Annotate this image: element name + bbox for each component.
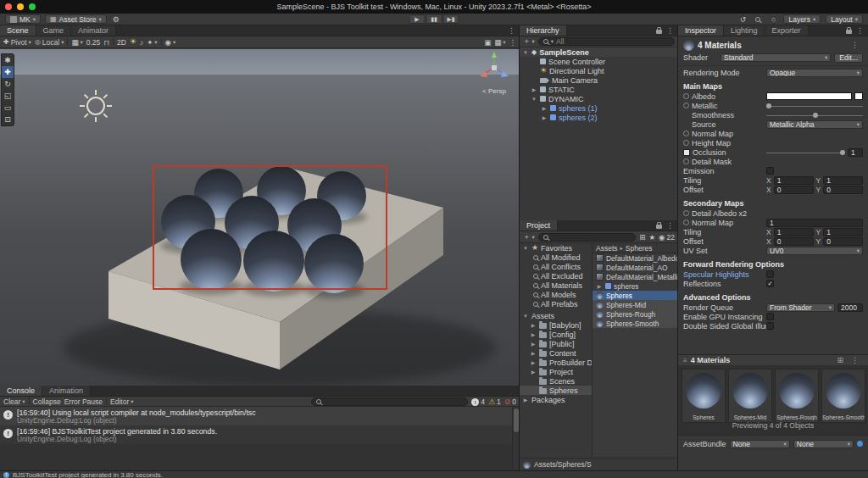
texture-picker-icon[interactable]: [683, 220, 689, 225]
favorite-item[interactable]: All Models: [520, 290, 592, 299]
hierarchy-row[interactable]: ▶STATIC: [520, 85, 678, 94]
perspective-label[interactable]: < Persp: [482, 87, 506, 95]
layout-dropdown[interactable]: Layout▾: [826, 14, 863, 24]
lock-icon[interactable]: [656, 225, 662, 229]
hierarchy-row[interactable]: ▶spheres (2): [520, 113, 678, 122]
gear-icon[interactable]: ⚙: [111, 14, 121, 25]
asset-row[interactable]: ▶spheres: [593, 281, 678, 291]
rect-tool-button[interactable]: ▭: [2, 102, 14, 114]
folder-row[interactable]: ▶Project: [520, 367, 592, 376]
hierarchy-row[interactable]: ▼DYNAMIC: [520, 94, 678, 103]
rendering-mode-dropdown[interactable]: Opaque▾: [766, 69, 863, 77]
color-picker-icon[interactable]: [854, 92, 863, 100]
preview-header-bar[interactable]: ≡ 4 Materials ⊞ ⋮: [678, 354, 868, 365]
favorite-item[interactable]: All Excluded: [520, 271, 592, 281]
tab-hierarchy[interactable]: Hierarchy: [520, 25, 567, 36]
splitter-scene-right[interactable]: [519, 25, 520, 470]
clear-button[interactable]: Clear▾: [3, 397, 25, 406]
offset2-y-field[interactable]: 0: [823, 237, 863, 246]
asset-row-selected[interactable]: Spheres: [593, 291, 678, 300]
tiling2-x-field[interactable]: 1: [774, 228, 814, 236]
normal-scale-field[interactable]: 1: [766, 219, 863, 227]
occlusion-slider[interactable]: [766, 148, 845, 157]
asset-row[interactable]: DefaultMaterial_AO: [593, 263, 678, 272]
console-search-input[interactable]: [311, 397, 468, 406]
render-queue-value-field[interactable]: 2000: [837, 303, 863, 312]
tab-animator[interactable]: Animator: [71, 25, 116, 36]
play-button[interactable]: ▶: [409, 14, 426, 24]
tab-inspector[interactable]: Inspector: [678, 25, 724, 36]
foldout-icon[interactable]: ▶: [530, 341, 537, 347]
folder-row[interactable]: ▶[Babylon]: [520, 320, 592, 330]
panel-menu-icon[interactable]: ⋮: [856, 26, 864, 35]
texture-picker-icon[interactable]: [683, 131, 689, 136]
favorite-item[interactable]: All Materials: [520, 281, 592, 290]
reflections-checkbox[interactable]: ✓: [766, 280, 774, 287]
snap-size-value[interactable]: 0.25: [86, 38, 101, 47]
target-icon[interactable]: ○: [768, 14, 778, 25]
undo-history-icon[interactable]: ↺: [737, 14, 748, 25]
breadcrumb-current[interactable]: Spheres: [626, 244, 653, 253]
create-object-button[interactable]: ＋▾: [523, 36, 535, 47]
assetbundle-dropdown[interactable]: None▾: [730, 440, 790, 448]
occlusion-value-field[interactable]: 1: [848, 148, 863, 157]
lock-icon[interactable]: [846, 30, 852, 34]
favorite-item[interactable]: All Conflicts: [520, 262, 592, 271]
render-queue-dropdown[interactable]: From Shader▾: [766, 303, 835, 312]
favorite-item[interactable]: All Prefabs: [520, 299, 592, 308]
account-dropdown[interactable]: MK▾: [5, 14, 41, 24]
asset-row[interactable]: DefaultMaterial_Albedo: [593, 253, 678, 263]
tab-exporter[interactable]: Exporter: [765, 25, 809, 36]
grid-visibility-dropdown[interactable]: ▦▾: [71, 38, 82, 47]
assetbundle-variant-dropdown[interactable]: None▾: [793, 440, 854, 448]
offset-y-field[interactable]: 0: [823, 186, 863, 194]
foldout-icon[interactable]: ▼: [522, 314, 529, 319]
offset2-x-field[interactable]: 0: [774, 237, 814, 246]
foldout-icon[interactable]: ▼: [522, 246, 529, 251]
folder-row[interactable]: ▶[Public]: [520, 339, 592, 348]
tool-handle-rotation-dropdown[interactable]: ◎Local▾: [35, 38, 64, 47]
scene-viewport[interactable]: < Persp: [0, 49, 520, 386]
console-log-entry[interactable]: ! [16:59:46] BJSToolkitTest project gene…: [0, 425, 520, 444]
preview-menu-icon[interactable]: ⋮: [851, 356, 859, 364]
material-preview[interactable]: Spheres-Rough: [775, 369, 819, 423]
emission-checkbox[interactable]: [766, 167, 774, 175]
tab-animation[interactable]: Animation: [42, 386, 91, 396]
folder-row[interactable]: ▶Content: [520, 348, 592, 358]
move-tool-button[interactable]: ✚: [2, 66, 14, 78]
assets-root-row[interactable]: ▼Assets: [520, 311, 592, 320]
foldout-icon[interactable]: ▶: [530, 359, 537, 365]
asset-store-dropdown[interactable]: ▦ Asset Store▾: [45, 14, 107, 24]
foldout-icon[interactable]: ▶: [541, 114, 548, 120]
breadcrumb-root[interactable]: Assets: [596, 244, 618, 253]
hierarchy-search-input[interactable]: ▾ All: [538, 37, 675, 46]
asset-row-selected[interactable]: Spheres-Mid: [593, 300, 678, 309]
gizmos-dropdown[interactable]: ▦▾: [494, 38, 505, 47]
panel-menu-icon[interactable]: ⋮: [666, 26, 674, 35]
foldout-icon[interactable]: ▶: [531, 86, 537, 92]
snap-toggle-button[interactable]: ⊓: [103, 38, 109, 47]
pause-button[interactable]: ▮▮: [426, 14, 442, 24]
double-sided-gi-checkbox[interactable]: [766, 322, 774, 330]
search-by-type-button[interactable]: ⊞: [639, 233, 645, 242]
hierarchy-row[interactable]: Scene Controller: [520, 57, 678, 66]
preview-layout-icon[interactable]: ⊞: [837, 356, 843, 364]
gpu-instancing-checkbox[interactable]: [766, 313, 774, 320]
lighting-toggle[interactable]: ☀: [130, 38, 136, 46]
hidden-packages-toggle[interactable]: ◉22: [659, 233, 675, 242]
material-preview[interactable]: Spheres-Mid: [728, 369, 772, 423]
scene-menu-button[interactable]: ⋮: [509, 38, 517, 47]
hierarchy-row[interactable]: Main Camera: [520, 75, 678, 85]
splitter-inspector[interactable]: [677, 25, 678, 470]
texture-picker-icon[interactable]: [683, 210, 689, 216]
warning-count-toggle[interactable]: ⚠1: [488, 397, 501, 406]
foldout-icon[interactable]: ▶: [530, 322, 537, 328]
transform-tool-button[interactable]: ⊡: [2, 114, 14, 125]
foldout-icon[interactable]: ▶: [530, 331, 537, 337]
tab-game[interactable]: Game: [36, 25, 72, 36]
search-by-label-button[interactable]: ★: [648, 233, 655, 242]
favorite-item[interactable]: All Modified: [520, 253, 592, 262]
tab-scene[interactable]: Scene: [0, 25, 36, 36]
foldout-icon[interactable]: ▶: [541, 105, 548, 111]
material-preview[interactable]: Spheres: [682, 369, 726, 423]
